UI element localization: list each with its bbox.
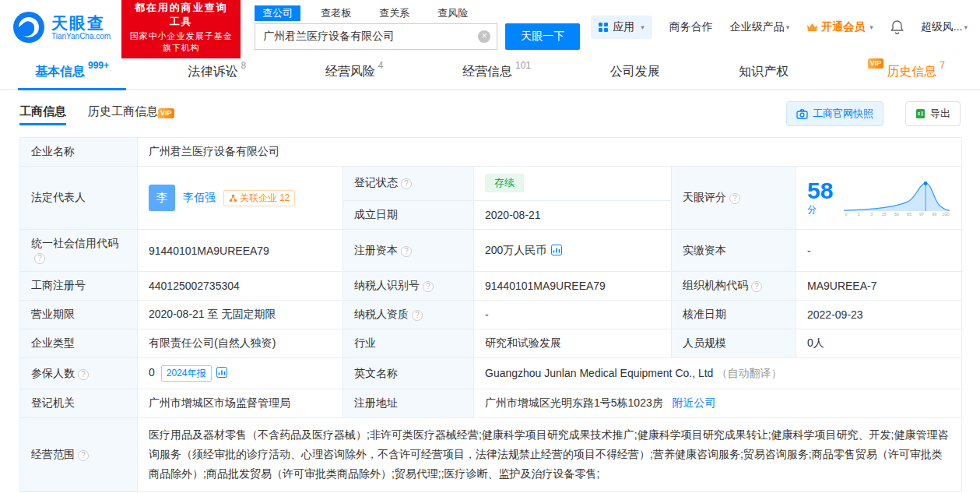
- reg-status-value: 存续: [474, 167, 672, 201]
- english-name-text: Guangzhou Junlan Medical Equipment Co., …: [485, 367, 713, 379]
- score-value[interactable]: 58分: [807, 179, 836, 217]
- auto-translate-note: （自动翻译）: [716, 367, 782, 379]
- logo[interactable]: 天眼查 TianYanCha.com: [12, 11, 111, 44]
- reg-capital-text: 200万人民币: [485, 244, 546, 256]
- search-tab-relation[interactable]: 查关系: [371, 5, 417, 21]
- search-input[interactable]: [255, 24, 497, 49]
- english-name-value: Guangzhou Junlan Medical Equipment Co., …: [474, 358, 962, 389]
- table-row: 统一社会信用代码? 91440101MA9UREEA79 注册资本? 200万人…: [20, 230, 962, 272]
- paid-capital-label: 实缴资本: [672, 230, 796, 272]
- reg-address-value: 广州市增城区光明东路1号5栋1023房 附近公司: [474, 389, 962, 418]
- tab-legal-litigation[interactable]: 法律诉讼 8: [188, 55, 247, 89]
- help-icon[interactable]: ?: [78, 450, 89, 461]
- search-box: ×: [255, 23, 497, 50]
- related-companies-label: 关联企业: [240, 192, 277, 205]
- tab-count: 8: [241, 60, 247, 71]
- main-tabs: 基本信息 999+ 法律诉讼 8 经营风险 4 经营信息 101 公司发展 知识…: [0, 55, 980, 90]
- related-companies-icon: [229, 194, 237, 202]
- english-name-label: 英文名称: [343, 358, 474, 389]
- clear-icon[interactable]: ×: [478, 30, 490, 43]
- export-label: 导出: [930, 107, 950, 121]
- export-button[interactable]: 导出: [905, 101, 961, 126]
- search-tab-company[interactable]: 查公司: [255, 5, 300, 21]
- reg-capital-value: 200万人民币: [474, 230, 672, 272]
- table-row: 企业类型 有限责任公司(自然人独资) 行业 研究和试验发展 人员规模 0人: [20, 329, 962, 358]
- reg-status-label: 登记状态?: [343, 167, 474, 201]
- nav-open-vip[interactable]: 开通会员 ▾: [806, 20, 873, 34]
- subtab-history-business-info[interactable]: 历史工商信息 VIP: [88, 104, 174, 124]
- status-badge: 存续: [485, 174, 524, 192]
- tab-basic-info[interactable]: 基本信息 999+: [35, 55, 109, 89]
- avatar[interactable]: 李: [149, 185, 175, 211]
- search-button[interactable]: 天眼一下: [505, 23, 580, 50]
- header-nav: 应用 ▾ 商务合作 企业级产品 ▾ 开通会员 ▾ 超级风... ▾: [591, 16, 968, 39]
- help-icon[interactable]: ?: [412, 310, 423, 321]
- legal-rep-cell: 李 李佰强 关联企业 12: [138, 167, 343, 230]
- tianyancha-logo-icon: [12, 11, 45, 44]
- crown-icon: [806, 23, 818, 32]
- legal-rep-link[interactable]: 李佰强: [183, 191, 216, 205]
- apps-label: 应用: [613, 20, 634, 34]
- taxpayer-id-label: 纳税人识别号?: [343, 272, 474, 301]
- industry-value: 研究和试验发展: [474, 329, 672, 358]
- bell-icon[interactable]: [890, 20, 904, 34]
- tab-history-info[interactable]: VIP 历史信息 7: [868, 55, 945, 89]
- snapshot-button[interactable]: 工商官网快照: [786, 101, 883, 126]
- grid-icon: [599, 23, 608, 32]
- org-code-label-text: 组织机构代码: [683, 279, 748, 291]
- tab-operation-info[interactable]: 经营信息 101: [462, 55, 531, 89]
- help-icon[interactable]: ?: [401, 178, 412, 189]
- capital-flow-icon[interactable]: [551, 245, 562, 255]
- paid-capital-value: -: [796, 230, 962, 272]
- score-unit: 分: [807, 204, 817, 215]
- svg-text:3: 3: [870, 212, 873, 217]
- tab-label: 知识产权: [739, 64, 789, 80]
- annual-report-tag[interactable]: 2024年报: [161, 365, 212, 382]
- related-companies-tag[interactable]: 关联企业 12: [223, 190, 295, 206]
- help-icon[interactable]: ?: [423, 281, 434, 292]
- reg-capital-label: 注册资本?: [343, 230, 474, 272]
- credit-code-label: 统一社会信用代码?: [20, 230, 138, 272]
- establish-date-value: 2020-08-21: [474, 200, 672, 229]
- tab-count: 4: [378, 60, 384, 71]
- subtab-label: 历史工商信息: [88, 104, 158, 119]
- table-row: 参保人数? 02024年报 英文名称 Guangzhou Junlan Medi…: [20, 358, 962, 389]
- reg-number-label: 工商注册号: [20, 272, 138, 301]
- business-scope-label: 经营范围?: [20, 418, 138, 492]
- nav-super-risk[interactable]: 超级风... ▾: [921, 20, 968, 34]
- search-tab-risk[interactable]: 查风险: [430, 5, 476, 21]
- annual-report-icon[interactable]: [216, 367, 227, 378]
- logo-text: 天眼查 TianYanCha.com: [51, 14, 111, 40]
- help-icon[interactable]: ?: [401, 246, 412, 257]
- tab-company-development[interactable]: 公司发展: [610, 55, 660, 89]
- tab-intellectual-property[interactable]: 知识产权: [739, 55, 789, 89]
- snapshot-label: 工商官网快照: [813, 107, 873, 121]
- org-code-label: 组织机构代码?: [672, 272, 796, 301]
- company-type-label: 企业类型: [20, 329, 138, 358]
- tab-count: 101: [515, 60, 531, 71]
- business-scope-value: 医疗用品及器材零售（不含药品及医疗器械）;非许可类医疗器械经营;健康科学项目研究…: [138, 418, 962, 492]
- search-tab-boss[interactable]: 查老板: [313, 5, 359, 21]
- help-icon[interactable]: ?: [34, 253, 45, 264]
- subtab-business-info[interactable]: 工商信息: [19, 104, 66, 124]
- nav-business-cooperation[interactable]: 商务合作: [669, 20, 713, 34]
- nav-enterprise-product[interactable]: 企业级产品 ▾: [730, 20, 790, 34]
- svg-text:0: 0: [845, 212, 847, 217]
- help-icon[interactable]: ?: [751, 281, 762, 292]
- svg-text:99: 99: [932, 212, 936, 217]
- apps-button[interactable]: 应用 ▾: [591, 16, 652, 39]
- reg-address-text: 广州市增城区光明东路1号5栋1023房: [485, 396, 663, 409]
- subtab-row: 工商信息 历史工商信息 VIP 工商官网快照 导出: [0, 90, 980, 136]
- chevron-down-icon: ▾: [869, 23, 873, 31]
- svg-text:50: 50: [894, 212, 898, 217]
- table-row: 法定代表人 李 李佰强 关联企业 12 登记状态? 存续 天眼: [20, 167, 962, 201]
- help-icon[interactable]: ?: [729, 193, 740, 204]
- business-term-label: 营业期限: [20, 301, 138, 329]
- tab-label: 公司发展: [610, 64, 660, 80]
- score-label: 天眼评分?: [672, 167, 796, 230]
- industry-label: 行业: [343, 329, 474, 358]
- tab-operation-risk[interactable]: 经营风险 4: [325, 55, 384, 89]
- help-icon[interactable]: ?: [78, 369, 89, 380]
- nearby-companies-link[interactable]: 附近公司: [673, 396, 716, 409]
- approval-date-value: 2022-09-23: [796, 301, 962, 329]
